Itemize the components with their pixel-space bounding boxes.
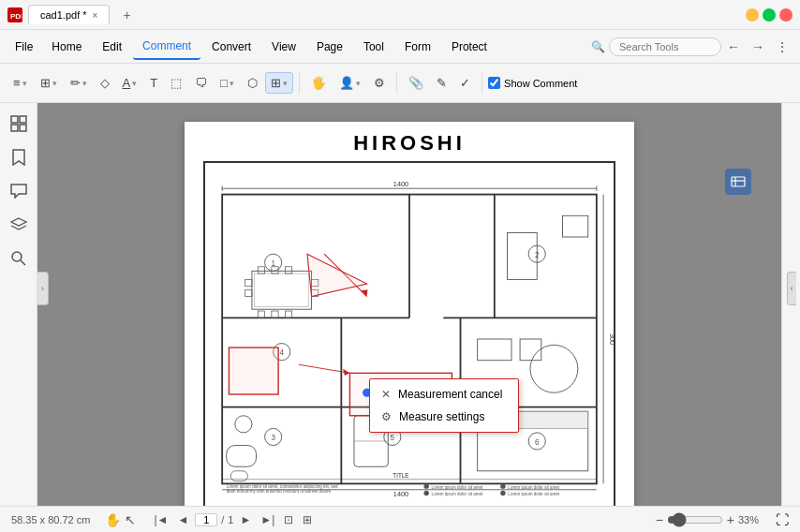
context-menu: ✕ Measurement cancel ⚙ Measure settings xyxy=(369,378,519,433)
svg-text:Lorem ipsum dolor sit amet: Lorem ipsum dolor sit amet xyxy=(432,492,483,496)
menu-comment[interactable]: Comment xyxy=(133,34,200,60)
sidebar-thumbnails-icon[interactable] xyxy=(6,111,32,137)
svg-rect-2 xyxy=(11,116,18,123)
sidebar-left xyxy=(0,103,37,506)
svg-text:1400: 1400 xyxy=(393,180,408,188)
svg-text:diam nonummy nibh euismod tinc: diam nonummy nibh euismod tincidunt ut l… xyxy=(227,489,332,494)
toolbar-check-btn[interactable]: ✓ xyxy=(454,72,476,94)
svg-marker-67 xyxy=(307,254,367,296)
svg-rect-33 xyxy=(252,271,312,309)
prev-page-btn[interactable]: ◄ xyxy=(174,512,191,527)
maximize-button[interactable] xyxy=(763,8,776,22)
fit-page-btn[interactable]: ⊞ xyxy=(300,512,315,527)
zoom-out-btn[interactable]: − xyxy=(656,512,663,527)
svg-text:Lorem ipsum dolor sit amet: Lorem ipsum dolor sit amet xyxy=(432,485,483,490)
hand-tool-btn[interactable]: ✋ xyxy=(105,512,121,527)
show-comment-checkbox[interactable] xyxy=(488,77,500,89)
tab-close-btn[interactable]: × xyxy=(93,10,98,21)
add-tab-button[interactable]: + xyxy=(115,4,138,26)
toolbar-edit-btn[interactable]: ✎ xyxy=(431,72,452,94)
tool-group-1: ≡▾ ⊞▾ ✏▾ ◇ A▾ T ⬚ 🗨 □▾ ⬡ ⊞▾ xyxy=(7,72,300,94)
zoom-value-display: 33% xyxy=(738,514,768,525)
search-area: 🔍 xyxy=(591,37,721,56)
context-menu-settings[interactable]: ⚙ Measure settings xyxy=(370,406,518,428)
menu-edit[interactable]: Edit xyxy=(93,35,131,59)
svg-point-53 xyxy=(235,416,252,433)
svg-text:3: 3 xyxy=(271,434,275,442)
toolbar-menu-btn[interactable]: ≡▾ xyxy=(7,72,33,94)
toolbar-text-btn[interactable]: T xyxy=(144,72,163,94)
svg-rect-48 xyxy=(520,339,541,361)
last-page-btn[interactable]: ►| xyxy=(258,512,277,527)
toolbar-sign-btn[interactable]: 👤▾ xyxy=(333,72,366,94)
dimensions-display: 58.35 x 80.72 cm xyxy=(11,514,90,525)
svg-rect-44 xyxy=(285,311,291,318)
zoom-slider[interactable] xyxy=(667,512,723,527)
minimize-button[interactable] xyxy=(746,8,759,22)
next-page-btn[interactable]: ► xyxy=(237,512,254,527)
cancel-icon: ✕ xyxy=(381,388,391,401)
svg-rect-39 xyxy=(258,267,264,273)
canvas-area[interactable]: HIROSHI 1400 xyxy=(37,103,781,506)
floating-action-icon[interactable] xyxy=(725,169,751,195)
search-input[interactable] xyxy=(609,37,721,56)
menu-page[interactable]: Page xyxy=(307,35,352,59)
right-sidebar-toggle[interactable]: ‹ xyxy=(787,272,796,305)
toolbar-shape2-btn[interactable]: ⬡ xyxy=(242,72,263,94)
fit-width-btn[interactable]: ⊡ xyxy=(281,512,296,527)
main-layout: › HIROSHI 1400 xyxy=(0,103,800,506)
menu-tool[interactable]: Tool xyxy=(354,35,393,59)
svg-text:TITLE: TITLE xyxy=(393,472,408,479)
svg-point-78 xyxy=(423,491,428,495)
window-controls xyxy=(746,8,793,22)
tool-group-2: 🖐 👤▾ ⚙ xyxy=(305,72,397,94)
toolbar-paperclip-btn[interactable]: 📎 xyxy=(403,72,429,94)
toolbar-shape-btn[interactable]: □▾ xyxy=(215,72,240,94)
toolbar-stamp-btn[interactable]: 🖐 xyxy=(305,72,332,94)
toolbar-measure-btn[interactable]: ⊞▾ xyxy=(265,72,293,94)
sidebar-search-icon[interactable] xyxy=(6,245,32,272)
cancel-label: Measurement cancel xyxy=(398,388,502,401)
context-menu-cancel[interactable]: ✕ Measurement cancel xyxy=(370,383,518,406)
svg-rect-41 xyxy=(285,267,291,273)
statusbar-right: − + 33% ⛶ xyxy=(656,512,789,527)
fullscreen-btn[interactable]: ⛶ xyxy=(776,512,789,527)
nav-forward-button[interactable]: → xyxy=(748,37,768,56)
show-comment-group: Show Comment xyxy=(488,77,577,89)
svg-text:Lorem ipsum dolor sit amet: Lorem ipsum dolor sit amet xyxy=(508,485,559,490)
sidebar-right: ‹ xyxy=(781,103,800,506)
hand-tool-area: ✋ ↖ xyxy=(105,512,136,527)
menu-home[interactable]: Home xyxy=(42,35,91,59)
sidebar-layers-icon[interactable] xyxy=(6,212,32,238)
toolbar-callout-btn[interactable]: 🗨 xyxy=(189,72,213,94)
toolbar-draw-btn[interactable]: ✏▾ xyxy=(65,72,93,94)
svg-rect-42 xyxy=(258,311,264,318)
toolbar-erase-btn[interactable]: ◇ xyxy=(95,72,115,94)
active-tab[interactable]: cad1.pdf * × xyxy=(28,5,110,24)
svg-point-74 xyxy=(423,483,428,488)
svg-point-80 xyxy=(500,491,505,495)
nav-more-button[interactable]: ⋮ xyxy=(772,37,793,56)
toolbar-underline-btn[interactable]: A▾ xyxy=(117,72,143,94)
page-number-input[interactable] xyxy=(195,513,217,526)
sidebar-bookmarks-icon[interactable] xyxy=(6,144,32,170)
nav-back-button[interactable]: ← xyxy=(723,37,744,56)
menu-file[interactable]: File xyxy=(7,37,40,57)
floorplan-area: 1400 1 xyxy=(203,161,615,506)
svg-rect-52 xyxy=(227,446,257,467)
menu-view[interactable]: View xyxy=(262,35,305,59)
select-tool-btn[interactable]: ↖ xyxy=(125,512,136,527)
menu-protect[interactable]: Protect xyxy=(442,35,496,59)
toolbar-pages-btn[interactable]: ⊞▾ xyxy=(35,72,63,94)
toolbar-textbox-btn[interactable]: ⬚ xyxy=(165,72,187,94)
sidebar-comments-icon[interactable] xyxy=(6,178,32,204)
svg-rect-82 xyxy=(732,177,745,186)
menu-convert[interactable]: Convert xyxy=(202,35,260,59)
svg-marker-66 xyxy=(361,289,367,296)
close-button[interactable] xyxy=(779,8,793,22)
zoom-in-btn[interactable]: + xyxy=(727,512,734,527)
first-page-btn[interactable]: |◄ xyxy=(151,512,170,527)
menu-form[interactable]: Form xyxy=(395,35,440,59)
toolbar-attach-btn[interactable]: ⚙ xyxy=(368,72,391,94)
sidebar-collapse-btn[interactable]: › xyxy=(37,272,49,305)
